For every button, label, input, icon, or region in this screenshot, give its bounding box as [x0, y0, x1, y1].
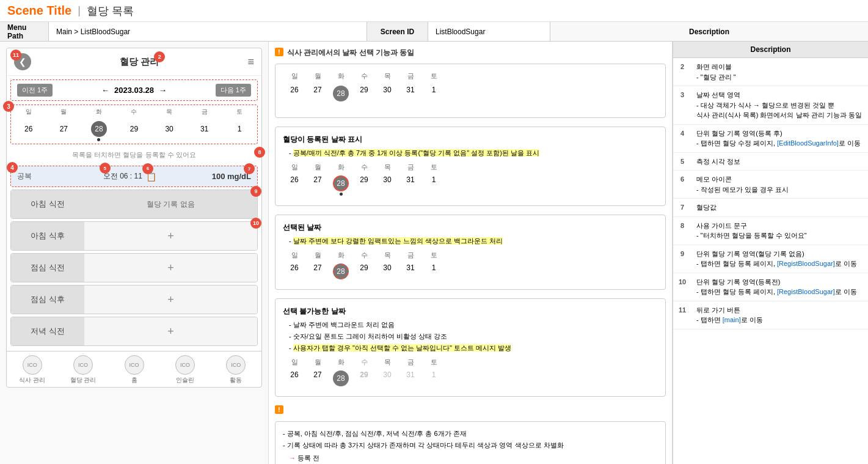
cal1-d31[interactable]: 31 [399, 83, 422, 104]
cal3-d26[interactable]: 26 [283, 261, 306, 282]
cal2-d28-sel[interactable]: 28 [329, 173, 352, 198]
cal3-d31[interactable]: 31 [399, 261, 422, 282]
cal1-d28-sel[interactable]: 28 [329, 83, 352, 104]
cal1-d27[interactable]: 27 [306, 83, 329, 104]
cal3-h-tue: 화 [329, 251, 352, 260]
scene-title: Scene Title [7, 4, 71, 18]
nav-item-insulin[interactable]: ICO 인슐린 [159, 355, 210, 385]
cal3-d30[interactable]: 30 [376, 261, 399, 282]
cal1-d30[interactable]: 30 [376, 83, 399, 104]
jonyok-sikjeon-plus[interactable]: + [84, 317, 257, 345]
day-28-selected[interactable]: 28 [81, 119, 117, 144]
badge-5: 5 [100, 163, 111, 174]
achim-sikjeon-row[interactable]: 아침 식전 혈당 기록 없음 [10, 190, 258, 219]
desc-row-num: 9 [673, 245, 691, 273]
cal2-d31[interactable]: 31 [399, 173, 422, 198]
jonyok-sikjeon-row[interactable]: 저녁 식전 + [10, 317, 258, 346]
jeomshim-sikjeon-label: 점심 식전 [11, 254, 84, 282]
cal3-d29[interactable]: 29 [352, 261, 376, 282]
phone-header: ❮ 11 혈당 관리 2 ≡ [7, 48, 261, 76]
badge-11: 11 [10, 50, 21, 61]
arrow-left-icon[interactable]: ← [101, 86, 109, 95]
cal3-d1[interactable]: 1 [422, 261, 445, 282]
cal2-d30[interactable]: 30 [376, 173, 399, 198]
day-1[interactable]: 1 [222, 119, 257, 144]
jeomshim-sikjeon-row[interactable]: 점심 식전 + [10, 253, 258, 282]
day-27[interactable]: 27 [46, 119, 82, 144]
cal4-d1[interactable]: 1 [422, 368, 445, 389]
cal1-h-wed: 수 [352, 72, 376, 81]
cal3-h-sat: 토 [422, 251, 445, 260]
annotations-panel: ! 식사 관리에서의 날짜 선택 기능과 동일 일 월 화 수 목 금 토 [269, 42, 673, 464]
jeomshim-sikjeon-plus[interactable]: + [84, 254, 257, 282]
cal4-d26[interactable]: 26 [283, 368, 306, 389]
cal3-d28-sel[interactable]: 28 [329, 261, 352, 282]
annotation-box-4: 선택 불가능한 날짜 - 날짜 주변에 백그라운드 처리 없음 - 숫자/요일 … [275, 298, 666, 397]
cal1-d26[interactable]: 26 [283, 83, 306, 104]
cal1-h-tue: 화 [329, 72, 352, 81]
cal1-d29[interactable]: 29 [352, 83, 376, 104]
day-tue: 화 [81, 105, 117, 119]
achim-sikhu-row[interactable]: 아침 식후 + [10, 221, 258, 251]
cal3-h-fri: 금 [399, 251, 422, 260]
desc-row-5: 5측정 시각 정보 [673, 152, 868, 171]
day-29[interactable]: 29 [117, 119, 152, 144]
day-31[interactable]: 31 [187, 119, 222, 144]
phone-mockup-panel: ❮ 11 혈당 관리 2 ≡ 이전 1주 ← 2023.03.28 → [0, 42, 269, 464]
cal2-h-fri: 금 [399, 163, 422, 172]
desc-row-6: 6메모 아이콘- 작성된 메모가 있을 경우 표시 [673, 171, 868, 199]
cal4-d29-disabled[interactable]: 29 [352, 368, 376, 389]
cal4-h-mon: 월 [306, 358, 329, 367]
jeomshim-sikhu-plus[interactable]: + [84, 285, 257, 314]
menu-path-value: Main > ListBloodSugar [49, 22, 367, 41]
annotation-box-2: 혈당이 등록된 날짜 표시 - 공복/매끼 식전/후 총 7개 중 1개 이상 … [275, 127, 666, 206]
cal4-d27[interactable]: 27 [306, 368, 329, 389]
nav-item-home[interactable]: ICO 홈 [109, 355, 159, 385]
cal4-d28-sel[interactable]: 28 [329, 368, 352, 389]
cal3-d27[interactable]: 27 [306, 261, 329, 282]
cal2-h-sat: 토 [422, 163, 445, 172]
cal1-h-fri: 금 [399, 72, 422, 81]
menu-bar: Menu Path Main > ListBloodSugar Screen I… [0, 22, 868, 42]
cal4-d30[interactable]: 30 [376, 368, 399, 389]
hamburger-menu-icon[interactable]: ≡ [247, 56, 254, 68]
annotation3-item: - 날짜 주변에 보다 강렬한 임팩트있는 느낌의 색상으로 백그라운드 처리 [289, 237, 658, 246]
gongbok-item[interactable]: 공복 5 오전 06 : 11 6 📋 7 100 mg/dL [10, 166, 258, 187]
desc-row-text: 사용 가이드 문구- "터치하면 혈당을 등록할 수 있어요" [691, 216, 868, 245]
activity-label: 활동 [230, 376, 242, 385]
nav-item-hyuldang[interactable]: ICO 혈당 관리 [57, 355, 108, 385]
ann5-item1: - 공복, 아침 식전/후, 점심 식전/후, 저녁 식전/후 총 6개가 존재 [283, 429, 658, 438]
achim-sikhu-plus[interactable]: + [84, 222, 257, 250]
desc-row-num: 10 [673, 273, 691, 301]
cal2-d27[interactable]: 27 [306, 173, 329, 198]
hyuldang-label: 혈당 관리 [70, 376, 97, 385]
nav-item-activity[interactable]: ICO 활동 [211, 355, 261, 385]
annotation3-title: 선택된 날짜 [283, 223, 658, 233]
arrow-right-icon[interactable]: → [159, 86, 167, 95]
day-26[interactable]: 26 [11, 119, 46, 144]
cal2-d1[interactable]: 1 [422, 173, 445, 198]
day-30[interactable]: 30 [151, 119, 187, 144]
achim-sikjeon-label: 아침 식전 [11, 190, 84, 218]
nav-item-sik[interactable]: ICO 식사 관리 [7, 355, 57, 385]
cal2-d29[interactable]: 29 [352, 173, 376, 198]
cal4-d31[interactable]: 31 [399, 368, 422, 389]
cal1-h-sun: 일 [283, 72, 306, 81]
cal1-h-mon: 월 [306, 72, 329, 81]
desc-row-9: 9단위 혈당 기록 영역(혈당 기록 없음)- 탭하면 혈당 등록 페이지, [… [673, 245, 868, 273]
week-calendar: 일 월 화 수 목 금 토 26 27 28 29 [10, 105, 258, 144]
prev-week-button[interactable]: 이전 1주 [17, 84, 53, 97]
badge-7: 7 [244, 163, 255, 174]
desc-row-text: 메모 아이콘- 작성된 메모가 있을 경우 표시 [691, 171, 868, 199]
jeomshim-sikhu-row[interactable]: 점심 식후 + [10, 285, 258, 314]
annotation2-item: - 공복/매끼 식전/후 총 7개 중 1개 이상 등록("혈당 기록 없음" … [289, 149, 658, 158]
cal2-d26[interactable]: 26 [283, 173, 306, 198]
page-header: Scene Title | 혈당 목록 [0, 0, 868, 22]
annotation-box-1: 일 월 화 수 목 금 토 26 27 28 [275, 64, 666, 118]
desc-row-num: 8 [673, 216, 691, 245]
cal1-d1[interactable]: 1 [422, 83, 445, 104]
desc-row-2: 2화면 레이블- "혈당 관리 " [673, 58, 868, 86]
next-week-button[interactable]: 다음 1주 [216, 84, 251, 97]
achim-sikjeon-no-record[interactable]: 혈당 기록 없음 [84, 190, 257, 218]
badge-6: 6 [142, 163, 153, 174]
